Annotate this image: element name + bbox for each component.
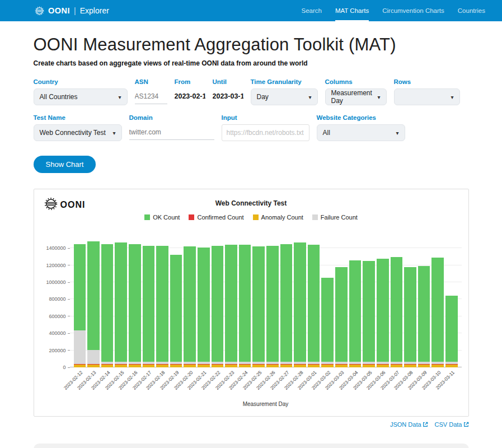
y-tick-label: 400000 [49, 330, 69, 336]
country-label: Country [34, 78, 128, 85]
test-name-select[interactable]: Web Connectivity Test ▾ [34, 124, 122, 141]
external-link-icon [463, 422, 469, 427]
chart-legend: OK CountConfirmed CountAnomaly CountFail… [41, 214, 462, 221]
legend-item: Confirmed Count [189, 214, 243, 221]
asn-label: ASN [135, 78, 167, 85]
bar-2023-02-26[interactable] [266, 240, 279, 367]
bar-2023-02-25[interactable] [252, 240, 265, 367]
bar-2023-03-08[interactable] [404, 240, 416, 367]
bar-2023-02-22[interactable] [212, 240, 224, 367]
input-label: Input [222, 114, 309, 121]
bar-2023-02-17[interactable] [143, 240, 155, 367]
bar-segment [445, 296, 458, 361]
nav-item-mat-charts[interactable]: MAT Charts [335, 0, 369, 21]
bar-segment [404, 267, 416, 361]
data-links: JSON Data CSV Data [34, 421, 469, 428]
bar-2023-02-18[interactable] [156, 240, 168, 367]
bars-container [70, 240, 462, 367]
columns-select[interactable]: Measurement Day ▾ [325, 88, 387, 105]
bar-2023-03-05[interactable] [363, 240, 375, 367]
test-name-label: Test Name [34, 114, 122, 121]
country-select[interactable]: All Countries ▾ [34, 88, 128, 105]
until-label: Until [213, 78, 243, 85]
rows-field: Rows ▾ [394, 78, 460, 105]
bar-segment [87, 350, 100, 363]
input-field: Input [222, 114, 309, 141]
brand-divider: | [74, 6, 76, 15]
chevron-down-icon: ▾ [118, 94, 121, 100]
bar-segment [349, 260, 362, 362]
bar-segment [280, 244, 293, 362]
bar-2023-02-21[interactable] [198, 240, 210, 367]
bar-segment [252, 246, 265, 362]
bar-2023-02-23[interactable] [225, 240, 237, 367]
x-axis-title: Measurement Day [70, 401, 462, 412]
bar-segment [239, 245, 251, 362]
bar-segment [74, 244, 86, 331]
domain-input[interactable] [129, 124, 214, 140]
rows-label: Rows [394, 78, 460, 85]
bar-segment [308, 245, 320, 362]
bar-segment [198, 248, 210, 361]
help-accordion[interactable]: ? Help [34, 444, 469, 448]
bar-2023-03-04[interactable] [349, 240, 362, 367]
bar-segment [431, 258, 444, 362]
nav-item-circumvention-charts[interactable]: Circumvention Charts [382, 0, 444, 21]
show-chart-button[interactable]: Show Chart [34, 156, 96, 173]
json-data-link-label: JSON Data [390, 421, 421, 428]
bar-2023-02-28[interactable] [294, 240, 306, 367]
from-date-input[interactable] [175, 88, 205, 104]
columns-field: Columns Measurement Day ▾ [325, 78, 387, 105]
bar-2023-02-20[interactable] [184, 240, 196, 367]
bar-segment [363, 261, 375, 362]
bar-2023-03-06[interactable] [377, 240, 389, 367]
bar-segment [391, 257, 403, 362]
y-axis: 0200000400000600000800000100000012000001… [41, 240, 70, 367]
input-url-input[interactable] [222, 124, 309, 141]
website-categories-select[interactable]: All ▾ [317, 124, 405, 141]
bar-2023-02-14[interactable] [101, 240, 114, 367]
test-name-select-value: Web Connectivity Test [40, 129, 106, 137]
website-categories-select-value: All [323, 129, 330, 137]
chevron-down-icon: ▾ [377, 94, 380, 100]
time-granularity-select[interactable]: Day ▾ [251, 88, 318, 105]
asn-input[interactable] [135, 88, 167, 104]
external-link-icon [423, 422, 428, 427]
brand-name: OONI [48, 6, 70, 15]
website-categories-field: Website Categories All ▾ [317, 114, 405, 141]
brand[interactable]: OONI | Explorer [35, 6, 109, 16]
country-field: Country All Countries ▾ [34, 78, 128, 105]
legend-swatch [144, 214, 150, 220]
nav-item-countries[interactable]: Countries [458, 0, 485, 21]
bar-2023-02-12[interactable] [74, 240, 86, 367]
bar-2023-02-27[interactable] [280, 240, 293, 367]
bar-segment [212, 246, 224, 362]
bar-2023-02-15[interactable] [115, 240, 127, 367]
page-title: OONI Measurement Aggregation Toolkit (MA… [34, 35, 469, 55]
bar-2023-03-02[interactable] [321, 240, 334, 367]
bar-2023-03-03[interactable] [335, 240, 348, 367]
bar-2023-03-01[interactable] [308, 240, 320, 367]
y-tick-label: 1200000 [46, 263, 69, 268]
bar-2023-02-24[interactable] [239, 240, 251, 367]
bar-2023-03-11[interactable] [445, 240, 458, 367]
legend-item: Failure Count [312, 214, 358, 221]
y-tick-label: 800000 [49, 296, 69, 302]
page-subtitle: Create charts based on aggregate views o… [34, 59, 469, 67]
y-tick-label: 1400000 [46, 245, 69, 251]
bar-2023-03-10[interactable] [431, 240, 444, 367]
rows-select[interactable]: ▾ [394, 88, 460, 105]
time-granularity-field: Time Granularity Day ▾ [251, 78, 318, 105]
bar-2023-03-07[interactable] [391, 240, 403, 367]
bar-2023-03-09[interactable] [418, 240, 430, 367]
bar-2023-02-19[interactable] [170, 240, 182, 367]
form-row-2: Test Name Web Connectivity Test ▾ Domain… [34, 114, 469, 141]
csv-data-link[interactable]: CSV Data [435, 421, 469, 428]
until-date-input[interactable] [213, 88, 243, 104]
nav-item-search[interactable]: Search [301, 0, 321, 21]
bar-segment [184, 246, 196, 362]
bar-2023-02-13[interactable] [87, 240, 100, 367]
domain-field: Domain [129, 114, 214, 140]
bar-2023-02-16[interactable] [129, 240, 141, 367]
json-data-link[interactable]: JSON Data [390, 421, 428, 428]
